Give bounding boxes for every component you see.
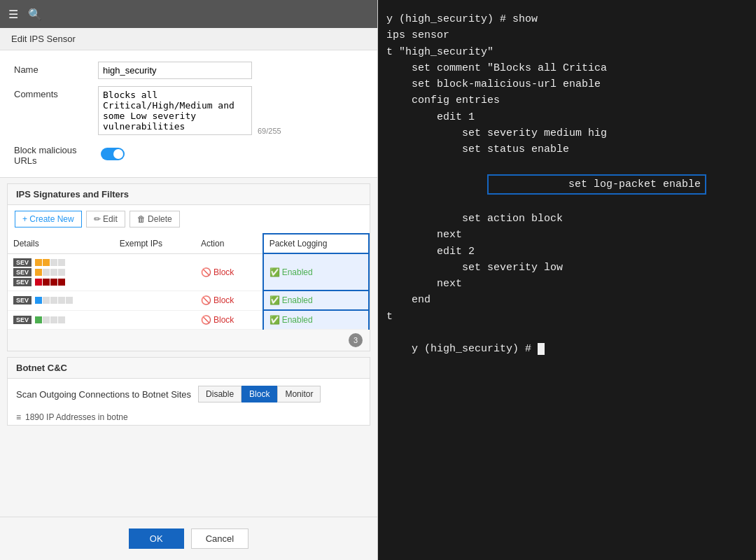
table-row: SEV 🚫 Block [8,310,369,330]
name-label: Name [14,62,98,75]
enabled-label: Enabled [282,295,313,305]
disable-button[interactable]: Disable [198,386,241,402]
count-badge: 3 [349,333,363,347]
name-row: Name [14,62,363,79]
col-details: Details [8,234,114,253]
char-count: 69/255 [258,127,281,135]
block-icon: 🚫 [201,267,211,277]
edit-header-title: Edit IPS Sensor [11,34,76,44]
left-panel: ☰ 🔍 Edit IPS Sensor Name Comments Blocks… [0,0,378,560]
block-icon: 🚫 [201,315,211,325]
action-label: Block [214,295,234,305]
comments-row: Comments Blocks all Critical/High/Medium… [14,86,363,135]
details-cell-2: SEV [8,290,114,310]
comments-label: Comments [14,86,98,99]
check-icon: ✅ [270,267,280,277]
exempt-ips-cell-1 [114,253,195,290]
terminal-line: y (high_security) # show [386,11,748,27]
delete-button[interactable]: 🗑 Delete [130,211,180,227]
check-icon: ✅ [270,295,280,305]
footer-buttons: OK Cancel [0,517,377,560]
details-cell-3: SEV [8,310,114,330]
cancel-button[interactable]: Cancel [191,528,248,549]
terminal-line: set block-malicious-url enable [386,76,748,92]
botnet-row: Scan Outgoing Connections to Botnet Site… [8,379,370,410]
sev-badge: SEV [13,316,31,324]
terminal-line: edit 1 [386,109,748,125]
scan-label: Scan Outgoing Connections to Botnet Site… [16,389,191,400]
highlight-box: set log-packet enable [487,174,706,195]
enabled-label: Enabled [282,315,313,325]
terminal-line: set comment "Blocks all Critica [386,60,748,76]
terminal-line: t "high_security" [386,44,748,60]
menu-icon[interactable]: ☰ [8,8,18,21]
severity-bar [35,269,65,276]
severity-bar [35,259,65,266]
terminal-line: next [386,227,748,243]
enabled-check: ✅ Enabled [270,267,363,277]
enabled-check: ✅ Enabled [270,295,363,305]
ip-count-label: 1890 IP Addresses in botne [25,412,128,422]
terminal-line: set action block [386,211,748,227]
botnet-section-title: Botnet C&C [8,358,370,379]
sev-badge: SEV [13,258,31,267]
terminal-line: next [386,276,748,292]
edit-ips-header: Edit IPS Sensor [0,28,377,50]
terminal-highlighted-line: set log-packet enable [386,158,748,211]
top-bar: ☰ 🔍 [0,0,377,28]
enabled-label: Enabled [282,267,313,277]
block-icon: 🚫 [201,295,211,305]
sev-badge: SEV [13,268,31,276]
create-new-button[interactable]: + Create New [15,211,82,227]
ips-table: Details Exempt IPs Action Packet Logging… [8,233,370,330]
packet-logging-cell-3: ✅ Enabled [263,310,369,330]
terminal-cursor [538,343,545,355]
block-malicious-toggle[interactable] [101,148,125,160]
terminal-line: set severity low [386,260,748,276]
severity-bar [35,316,65,323]
table-row: SEV 🚫 [8,290,369,310]
ip-info: ≡ 1890 IP Addresses in botne [8,410,370,425]
action-cell-1: 🚫 Block [195,253,263,290]
exempt-ips-cell-2 [114,290,195,310]
action-label: Block [214,267,234,277]
terminal-line: ips sensor [386,27,748,43]
monitor-button[interactable]: Monitor [277,386,321,402]
table-footer: 3 [8,330,370,351]
ok-button[interactable]: OK [129,528,184,549]
action-block: 🚫 Block [201,315,257,325]
terminal-prompt: y (high_security) # [386,325,748,374]
col-exempt-ips: Exempt IPs [114,234,195,253]
severity-bar [35,279,65,286]
action-block: 🚫 Block [201,295,257,305]
form-area: Name Comments Blocks all Critical/High/M… [0,50,377,178]
botnet-section: Botnet C&C Scan Outgoing Connections to … [7,357,370,426]
terminal-line: edit 2 [386,244,748,260]
terminal-line: config entries [386,92,748,108]
block-malicious-label: Block malicious URLs [14,142,98,166]
terminal-panel: y (high_security) # show ips sensor t "h… [378,0,756,560]
col-packet-logging: Packet Logging [263,234,369,253]
action-cell-2: 🚫 Block [195,290,263,310]
details-cell-1: SEV SEV [8,253,114,290]
terminal-line: set severity medium hig [386,125,748,141]
comments-textarea[interactable]: Blocks all Critical/High/Medium and some… [98,86,252,135]
terminal-line: end [386,292,748,308]
col-action: Action [195,234,263,253]
block-malicious-row: Block malicious URLs [14,142,363,166]
packet-logging-cell-2: ✅ Enabled [263,290,369,310]
action-label: Block [214,315,234,325]
name-input[interactable] [98,62,252,79]
terminal-line: set status enable [386,141,748,158]
ips-section-title: IPS Signatures and Filters [8,184,370,205]
terminal-line: t [386,309,748,325]
edit-button[interactable]: ✏ Edit [86,211,125,227]
check-icon: ✅ [270,315,280,325]
botnet-btn-group: Disable Block Monitor [198,386,321,402]
ips-section: IPS Signatures and Filters + Create New … [7,183,370,351]
sev-badge: SEV [13,278,31,286]
block-button[interactable]: Block [241,386,277,402]
search-icon[interactable]: 🔍 [28,8,42,21]
packet-logging-cell-1: ✅ Enabled [263,253,369,290]
enabled-check: ✅ Enabled [270,315,363,325]
